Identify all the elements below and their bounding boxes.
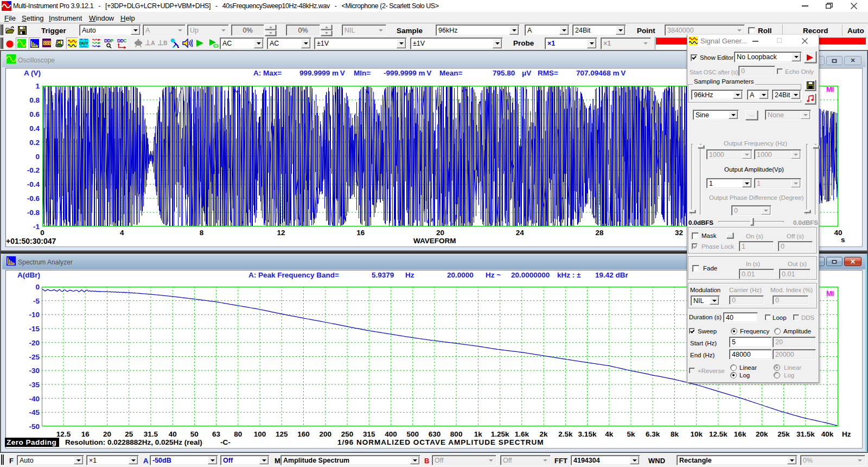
svg-text:DD: DD xyxy=(104,38,111,43)
svg-text:C: C xyxy=(124,38,127,43)
svg-text:DUT: DUT xyxy=(79,41,88,46)
svg-text:DD: DD xyxy=(117,38,124,43)
svg-text:888: 888 xyxy=(43,40,51,46)
svg-text:P: P xyxy=(111,38,114,43)
